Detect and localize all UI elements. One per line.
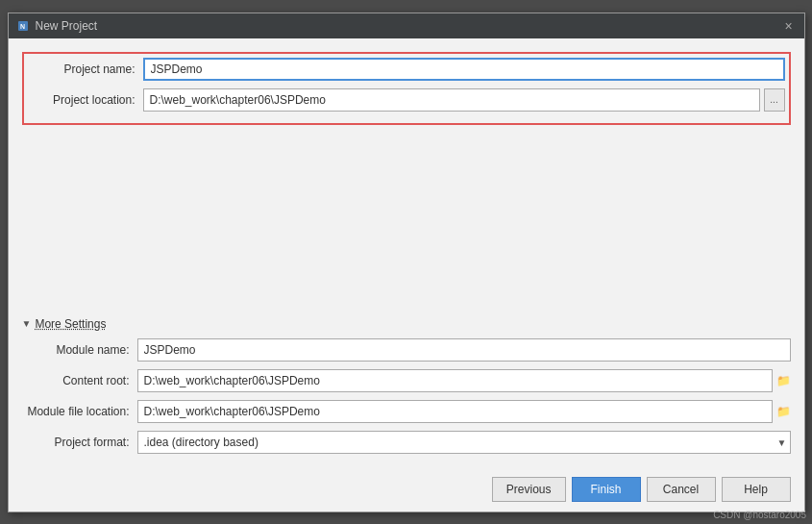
folder-icon-2[interactable]: 📁 — [776, 405, 791, 418]
more-settings-label: More Settings — [35, 317, 106, 331]
dialog-footer: Previous Finish Cancel Help — [9, 469, 804, 512]
content-root-input[interactable] — [137, 369, 773, 392]
project-location-row: Project location: ... — [28, 88, 785, 112]
module-file-location-row: Module file location: 📁 — [22, 400, 791, 423]
module-name-row: Module name: — [22, 338, 791, 362]
help-button[interactable]: Help — [722, 477, 791, 502]
project-location-input-wrap: ... — [143, 88, 785, 112]
dialog-icon: N — [16, 19, 30, 33]
content-root-input-wrap: 📁 — [137, 369, 791, 392]
project-name-row: Project name: — [28, 58, 785, 81]
dialog-title: New Project — [36, 19, 781, 33]
module-file-location-label: Module file location: — [22, 405, 137, 418]
module-name-label: Module name: — [22, 343, 137, 357]
dialog-content: Project name: Project location: ... ▼ Mo… — [9, 38, 804, 469]
title-bar: N New Project × — [9, 13, 804, 38]
content-root-row: Content root: 📁 — [22, 369, 791, 392]
module-file-location-input[interactable] — [137, 400, 773, 423]
project-format-label: Project format: — [22, 436, 137, 449]
project-location-input[interactable] — [143, 88, 760, 112]
cancel-button[interactable]: Cancel — [647, 477, 716, 502]
project-format-row: Project format: .idea (directory based) … — [22, 431, 791, 454]
content-root-label: Content root: — [22, 374, 137, 387]
folder-icon[interactable]: 📁 — [776, 374, 791, 387]
project-info-section: Project name: Project location: ... — [22, 52, 791, 125]
more-settings-toggle[interactable]: ▼ More Settings — [22, 317, 791, 331]
project-name-label: Project name: — [28, 62, 143, 76]
svg-text:N: N — [20, 23, 25, 30]
module-name-input[interactable] — [137, 338, 791, 362]
new-project-dialog: N New Project × Project name: Project lo… — [8, 12, 805, 512]
project-format-input-wrap: .idea (directory based) Eclipse (.classp… — [137, 431, 791, 454]
watermark: CSDN @hostaro2005 — [713, 510, 806, 520]
close-button[interactable]: × — [781, 18, 797, 34]
collapse-triangle-icon: ▼ — [22, 318, 32, 329]
project-format-select[interactable]: .idea (directory based) Eclipse (.classp… — [137, 431, 791, 454]
finish-button[interactable]: Finish — [572, 477, 641, 502]
module-name-input-wrap — [137, 338, 791, 362]
browse-button[interactable]: ... — [764, 88, 785, 112]
spacer — [22, 129, 791, 310]
module-file-location-input-wrap: 📁 — [137, 400, 791, 423]
more-settings-section: ▼ More Settings Module name: Content roo… — [22, 317, 791, 462]
previous-button[interactable]: Previous — [492, 477, 566, 502]
project-name-input-wrap — [143, 58, 785, 81]
project-location-label: Project location: — [28, 93, 143, 107]
project-format-select-wrap: .idea (directory based) Eclipse (.classp… — [137, 431, 791, 454]
project-name-input[interactable] — [143, 58, 785, 81]
